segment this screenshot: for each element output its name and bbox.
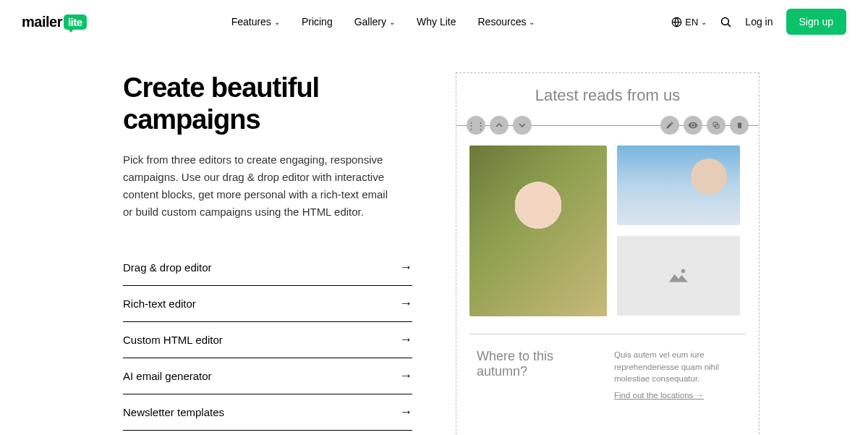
feature-label: Rich-text editor	[123, 297, 196, 310]
chevron-down-icon: ⌄	[274, 18, 280, 26]
page-title: Create beautiful campaigns	[123, 72, 412, 135]
feature-label: Custom HTML editor	[123, 334, 223, 346]
edit-icon[interactable]	[660, 116, 679, 135]
nav-features[interactable]: Features⌄	[231, 16, 280, 28]
login-link[interactable]: Log in	[745, 16, 773, 28]
image-placeholder[interactable]	[617, 236, 740, 316]
editor-toolbar: ⋮⋮	[456, 115, 759, 135]
divider	[469, 334, 746, 334]
feature-html[interactable]: Custom HTML editor→	[123, 322, 412, 358]
chevron-down-icon: ⌄	[389, 18, 395, 26]
preview-image-1	[469, 145, 607, 316]
feature-label: Drag & drop editor	[123, 261, 212, 274]
logo-badge: lite	[64, 14, 87, 30]
preview-image-grid	[456, 145, 759, 316]
image-icon	[669, 268, 688, 284]
lang-label: EN	[685, 17, 698, 28]
nav-label: Why Lite	[417, 16, 456, 28]
svg-line-2	[728, 24, 731, 27]
nav-pricing[interactable]: Pricing	[302, 16, 333, 28]
arrow-right-icon: →	[399, 405, 412, 420]
svg-point-5	[681, 269, 685, 273]
preview-footer-title: Where to this autumn?	[477, 349, 600, 400]
feature-ai[interactable]: AI email generator→	[123, 358, 412, 394]
logo[interactable]: mailer lite	[22, 14, 87, 30]
nav-label: Features	[231, 16, 271, 28]
email-preview: Latest reads from us ⋮⋮ Where to this	[456, 72, 760, 435]
chevron-down-icon: ⌄	[529, 18, 535, 26]
feature-images[interactable]: Free image library→	[123, 431, 412, 435]
header-actions: EN ⌄ Log in Sign up	[671, 9, 846, 35]
arrow-right-icon: →	[399, 260, 412, 275]
feature-label: Newsletter templates	[123, 406, 224, 418]
nav-label: Resources	[478, 16, 527, 28]
nav-label: Pricing	[302, 16, 333, 28]
preview-footer-link[interactable]: Find out the locations →	[614, 391, 739, 400]
main-nav: Features⌄ Pricing Gallery⌄ Why Lite Reso…	[231, 16, 535, 28]
arrow-right-icon: →	[399, 296, 412, 311]
move-up-icon[interactable]	[490, 116, 509, 135]
preview-footer: Where to this autumn? Quis autem vel eum…	[456, 349, 759, 400]
visibility-icon[interactable]	[684, 116, 702, 135]
logo-text: mailer	[22, 14, 62, 30]
drag-handle-icon[interactable]: ⋮⋮	[467, 116, 485, 135]
nav-why-lite[interactable]: Why Lite	[417, 16, 456, 28]
preview-image-2	[617, 145, 740, 225]
globe-icon	[671, 17, 682, 28]
preview-footer-text: Quis autem vel eum iure reprehenderiesse…	[614, 349, 739, 385]
feature-drag-drop[interactable]: Drag & drop editor→	[123, 250, 412, 286]
chevron-down-icon: ⌄	[701, 18, 707, 26]
signup-button[interactable]: Sign up	[786, 9, 846, 35]
page-description: Pick from three editors to create engagi…	[123, 151, 398, 221]
nav-resources[interactable]: Resources⌄	[478, 16, 535, 28]
move-down-icon[interactable]	[513, 116, 532, 135]
preview-heading: Latest reads from us	[456, 86, 759, 105]
nav-label: Gallery	[354, 16, 386, 28]
search-icon[interactable]	[720, 16, 732, 28]
feature-rich-text[interactable]: Rich-text editor→	[123, 286, 412, 322]
arrow-right-icon: →	[399, 368, 412, 384]
feature-templates[interactable]: Newsletter templates→	[123, 394, 412, 431]
nav-gallery[interactable]: Gallery⌄	[354, 16, 395, 28]
feature-list: Drag & drop editor→ Rich-text editor→ Cu…	[123, 250, 412, 435]
delete-icon[interactable]	[730, 116, 749, 135]
svg-point-1	[722, 17, 729, 25]
language-selector[interactable]: EN ⌄	[671, 17, 707, 28]
feature-label: AI email generator	[123, 370, 212, 382]
site-header: mailer lite Features⌄ Pricing Gallery⌄ W…	[0, 0, 868, 43]
main-content: Create beautiful campaigns Pick from thr…	[0, 43, 868, 435]
hero-text-column: Create beautiful campaigns Pick from thr…	[123, 72, 412, 435]
arrow-right-icon: →	[399, 332, 412, 347]
copy-icon[interactable]	[707, 116, 726, 135]
